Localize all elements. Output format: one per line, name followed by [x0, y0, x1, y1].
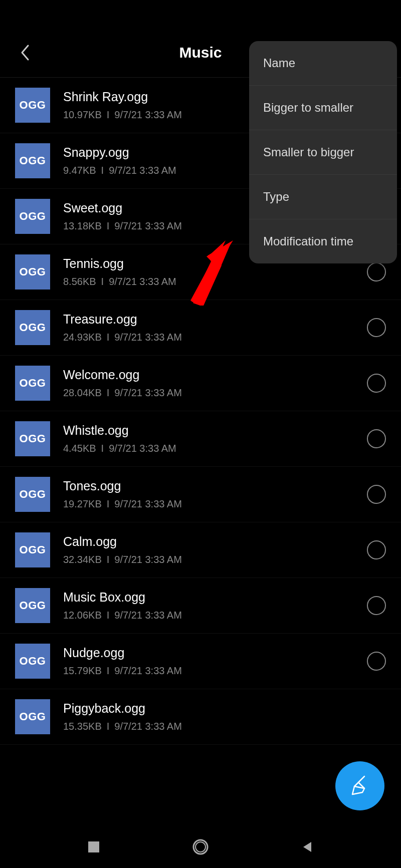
chevron-left-icon	[19, 44, 31, 62]
file-name: Calm.ogg	[63, 534, 367, 549]
select-radio[interactable]	[367, 318, 386, 337]
select-radio[interactable]	[367, 374, 386, 393]
file-date: 9/7/21 3:33 AM	[109, 276, 176, 287]
file-meta: 12.06KBI9/7/21 3:33 AM	[63, 610, 367, 621]
file-row[interactable]: OGGWelcome.ogg28.04KBI9/7/21 3:33 AM	[0, 356, 401, 411]
file-info: Treasure.ogg24.93KBI9/7/21 3:33 AM	[63, 312, 367, 343]
meta-separator: I	[107, 665, 110, 677]
clean-fab-button[interactable]	[335, 761, 384, 810]
file-type-icon: OGG	[15, 199, 50, 234]
meta-separator: I	[101, 276, 104, 287]
file-info: Music Box.ogg12.06KBI9/7/21 3:33 AM	[63, 590, 367, 621]
sort-option-bigger-smaller[interactable]: Bigger to smaller	[249, 86, 397, 130]
file-date: 9/7/21 3:33 AM	[114, 665, 182, 677]
file-date: 9/7/21 3:33 AM	[114, 387, 182, 399]
meta-separator: I	[107, 610, 110, 621]
file-type-icon: OGG	[15, 477, 50, 512]
file-size: 15.35KB	[63, 721, 102, 732]
file-row[interactable]: OGGTreasure.ogg24.93KBI9/7/21 3:33 AM	[0, 300, 401, 356]
sort-option-name[interactable]: Name	[249, 41, 397, 86]
back-button[interactable]	[15, 43, 35, 63]
file-row[interactable]: OGGTones.ogg19.27KBI9/7/21 3:33 AM	[0, 467, 401, 522]
file-row[interactable]: OGGPiggyback.ogg15.35KBI9/7/21 3:33 AM	[0, 689, 401, 745]
file-name: Nudge.ogg	[63, 646, 367, 660]
file-size: 9.47KB	[63, 165, 96, 176]
file-row[interactable]: OGGMusic Box.ogg12.06KBI9/7/21 3:33 AM	[0, 578, 401, 634]
file-date: 9/7/21 3:33 AM	[114, 220, 182, 232]
meta-separator: I	[107, 220, 110, 232]
file-size: 15.79KB	[63, 665, 102, 677]
select-radio[interactable]	[367, 540, 386, 559]
recent-apps-button[interactable]	[84, 837, 104, 857]
file-size: 10.97KB	[63, 109, 102, 121]
file-type-icon: OGG	[15, 310, 50, 345]
select-radio[interactable]	[367, 596, 386, 615]
file-size: 4.45KB	[63, 443, 96, 454]
file-meta: 32.34KBI9/7/21 3:33 AM	[63, 554, 367, 565]
file-info: Piggyback.ogg15.35KBI9/7/21 3:33 AM	[63, 701, 386, 732]
select-radio[interactable]	[367, 429, 386, 448]
file-type-icon: OGG	[15, 644, 50, 679]
file-name: Treasure.ogg	[63, 312, 367, 327]
system-navbar	[0, 825, 401, 868]
file-size: 32.34KB	[63, 554, 102, 565]
file-row[interactable]: OGGWhistle.ogg4.45KBI9/7/21 3:33 AM	[0, 411, 401, 467]
select-radio[interactable]	[367, 652, 386, 671]
file-date: 9/7/21 3:33 AM	[114, 721, 182, 732]
file-type-icon: OGG	[15, 421, 50, 456]
file-meta: 19.27KBI9/7/21 3:33 AM	[63, 498, 367, 510]
file-date: 9/7/21 3:33 AM	[114, 109, 182, 121]
file-meta: 15.35KBI9/7/21 3:33 AM	[63, 721, 386, 732]
nav-back-button[interactable]	[297, 837, 317, 857]
svg-marker-7	[303, 842, 311, 852]
file-size: 13.18KB	[63, 220, 102, 232]
meta-separator: I	[107, 554, 110, 565]
circle-icon	[192, 838, 209, 855]
meta-separator: I	[101, 165, 104, 176]
sort-option-type[interactable]: Type	[249, 175, 397, 219]
broom-icon	[347, 773, 372, 798]
file-date: 9/7/21 3:33 AM	[114, 554, 182, 565]
file-type-icon: OGG	[15, 143, 50, 178]
page-title: Music	[179, 44, 222, 61]
file-row[interactable]: OGGCalm.ogg32.34KBI9/7/21 3:33 AM	[0, 522, 401, 578]
file-info: Tones.ogg19.27KBI9/7/21 3:33 AM	[63, 479, 367, 510]
file-type-icon: OGG	[15, 88, 50, 123]
file-type-icon: OGG	[15, 588, 50, 623]
sort-popup: Name Bigger to smaller Smaller to bigger…	[249, 41, 397, 263]
svg-point-6	[195, 842, 206, 852]
file-info: Nudge.ogg15.79KBI9/7/21 3:33 AM	[63, 646, 367, 677]
home-button[interactable]	[190, 837, 211, 857]
select-radio[interactable]	[367, 485, 386, 504]
meta-separator: I	[107, 387, 110, 399]
file-type-icon: OGG	[15, 532, 50, 567]
file-size: 8.56KB	[63, 276, 96, 287]
meta-separator: I	[107, 498, 110, 510]
file-type-icon: OGG	[15, 254, 50, 290]
file-date: 9/7/21 3:33 AM	[114, 332, 182, 343]
sort-option-modification-time[interactable]: Modification time	[249, 219, 397, 263]
file-info: Welcome.ogg28.04KBI9/7/21 3:33 AM	[63, 368, 367, 399]
svg-rect-4	[88, 841, 99, 852]
file-meta: 15.79KBI9/7/21 3:33 AM	[63, 665, 367, 677]
sort-option-smaller-bigger[interactable]: Smaller to bigger	[249, 130, 397, 175]
file-meta: 24.93KBI9/7/21 3:33 AM	[63, 332, 367, 343]
file-info: Calm.ogg32.34KBI9/7/21 3:33 AM	[63, 534, 367, 565]
select-radio[interactable]	[367, 262, 386, 281]
file-row[interactable]: OGGNudge.ogg15.79KBI9/7/21 3:33 AM	[0, 634, 401, 689]
file-meta: 8.56KBI9/7/21 3:33 AM	[63, 276, 367, 287]
file-date: 9/7/21 3:33 AM	[109, 165, 176, 176]
file-date: 9/7/21 3:33 AM	[114, 610, 182, 621]
file-size: 19.27KB	[63, 498, 102, 510]
square-icon	[87, 840, 100, 853]
file-info: Whistle.ogg4.45KBI9/7/21 3:33 AM	[63, 423, 367, 454]
file-type-icon: OGG	[15, 699, 50, 734]
file-name: Piggyback.ogg	[63, 701, 386, 716]
file-type-icon: OGG	[15, 366, 50, 401]
file-size: 12.06KB	[63, 610, 102, 621]
file-size: 28.04KB	[63, 387, 102, 399]
meta-separator: I	[107, 721, 110, 732]
meta-separator: I	[101, 443, 104, 454]
file-meta: 28.04KBI9/7/21 3:33 AM	[63, 387, 367, 399]
meta-separator: I	[107, 332, 110, 343]
